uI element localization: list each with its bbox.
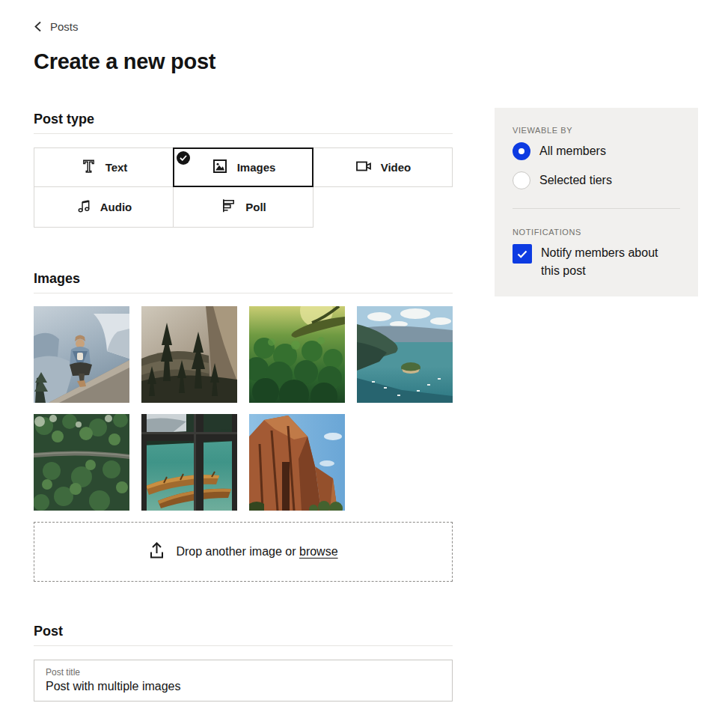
image-thumbnail[interactable]: [141, 414, 237, 511]
browse-link[interactable]: browse: [299, 545, 338, 558]
image-thumbnail[interactable]: [249, 306, 345, 403]
images-icon: [211, 157, 229, 178]
radio-selected-icon[interactable]: [513, 142, 530, 160]
post-title-input[interactable]: [46, 678, 441, 695]
post-type-label: Audio: [100, 201, 132, 213]
viewable-by-options: All members Selected tiers: [513, 142, 680, 189]
check-icon: [177, 151, 190, 165]
post-title-label: Post title: [46, 667, 441, 678]
create-post-page: Posts Create a new post Post type Text: [0, 0, 728, 706]
back-to-posts-link[interactable]: Posts: [34, 20, 453, 33]
chevron-left-icon: [34, 21, 42, 32]
radio-label: Selected tiers: [539, 174, 612, 187]
post-type-option-poll[interactable]: Poll: [173, 186, 313, 228]
radio-all-members[interactable]: All members: [513, 142, 680, 160]
radio-label: All members: [539, 144, 606, 158]
notifications-label: NOTIFICATIONS: [513, 228, 680, 237]
image-thumbnail[interactable]: [141, 306, 237, 403]
text-icon: [80, 157, 97, 177]
post-type-label: Text: [105, 161, 128, 174]
image-thumbnail[interactable]: [357, 306, 453, 403]
post-type-grid: Text Images: [34, 147, 453, 228]
audio-icon: [76, 198, 92, 217]
radio-unselected-icon[interactable]: [513, 171, 530, 189]
section-divider: [34, 293, 453, 293]
back-link-label: Posts: [50, 20, 79, 33]
checkbox-checked-icon[interactable]: [513, 244, 532, 264]
post-type-label: Poll: [245, 201, 266, 213]
notify-members-checkbox-row[interactable]: Notify members about this post: [513, 244, 680, 280]
image-thumbnail[interactable]: [34, 414, 129, 511]
post-type-option-images[interactable]: Images: [173, 147, 313, 187]
post-type-section-title: Post type: [34, 111, 453, 127]
post-type-option-audio[interactable]: Audio: [34, 186, 174, 228]
checkbox-label: Notify members about this post: [541, 244, 670, 280]
section-divider: [34, 645, 453, 646]
image-thumbnail[interactable]: [249, 414, 345, 511]
dropzone-text: Drop another image or browse: [176, 545, 337, 559]
radio-selected-tiers[interactable]: Selected tiers: [513, 171, 680, 189]
image-dropzone[interactable]: Drop another image or browse: [34, 522, 453, 582]
image-thumbnail-grid: [34, 306, 453, 511]
video-icon: [355, 157, 373, 178]
post-type-option-video[interactable]: Video: [313, 147, 453, 187]
post-section-title: Post: [34, 623, 453, 639]
post-type-label: Video: [381, 161, 412, 174]
image-thumbnail[interactable]: [34, 306, 129, 403]
viewable-by-label: VIEWABLE BY: [513, 126, 680, 136]
section-divider: [34, 133, 453, 134]
images-section-title: Images: [34, 270, 453, 287]
post-settings-panel: VIEWABLE BY All members Selected tiers N…: [495, 108, 698, 296]
main-column: Posts Create a new post Post type Text: [34, 0, 453, 702]
post-title-field[interactable]: Post title: [34, 660, 453, 702]
upload-icon: [148, 541, 165, 563]
sidebar-divider: [513, 208, 680, 209]
poll-icon: [220, 197, 237, 217]
page-title: Create a new post: [34, 49, 453, 74]
post-type-label: Images: [237, 161, 276, 174]
post-type-option-text[interactable]: Text: [34, 147, 174, 187]
